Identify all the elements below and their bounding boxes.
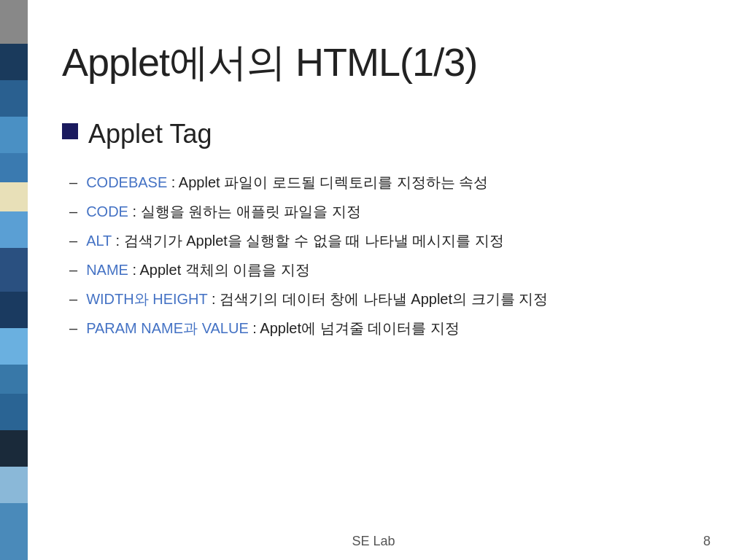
keyword-alt: ALT (86, 233, 112, 249)
slide-footer: SE Lab 8 (0, 534, 747, 549)
bullet-content: CODE : 실행을 원하는 애플릿 파일을 지정 (86, 201, 711, 222)
list-item: – CODE : 실행을 원하는 애플릿 파일을 지정 (69, 201, 711, 222)
bullet-content: ALT : 검색기가 Applet을 실행할 수 없을 때 나타낼 메시지를 지… (86, 230, 711, 252)
slide-content: Applet에서의 HTML(1/3) Applet Tag – CODEBAS… (40, 0, 747, 560)
dash-icon: – (69, 317, 77, 339)
list-item: – PARAM NAME과 VALUE : Applet에 넘겨줄 데이터를 지… (69, 317, 711, 339)
bullet-square-icon (62, 123, 78, 139)
left-decorative-stripe (0, 0, 28, 560)
bullet-text: : 실행을 원하는 애플릿 파일을 지정 (128, 203, 361, 219)
dash-icon: – (69, 230, 77, 252)
dash-icon: – (69, 288, 77, 310)
dash-icon: – (69, 171, 77, 193)
keyword-name: NAME (86, 262, 128, 278)
dash-icon: – (69, 201, 77, 222)
list-item: – NAME : Applet 객체의 이름을 지정 (69, 259, 711, 281)
bullet-content: CODEBASE : Applet 파일이 로드될 디렉토리를 지정하는 속성 (86, 171, 711, 193)
sub-bullets-list: – CODEBASE : Applet 파일이 로드될 디렉토리를 지정하는 속… (69, 171, 711, 339)
footer-lab-text: SE Lab (0, 534, 747, 549)
bullet-text: : Applet 객체의 이름을 지정 (128, 262, 310, 278)
keyword-codebase: CODEBASE (86, 174, 167, 190)
bullet-text: : 검색기의 데이터 창에 나타낼 Applet의 크기를 지정 (207, 291, 548, 307)
slide-title: Applet에서의 HTML(1/3) (62, 36, 711, 90)
keyword-param-name-value: PARAM NAME과 VALUE (86, 320, 249, 336)
main-bullet: Applet Tag (62, 119, 711, 149)
footer-page-number: 8 (703, 534, 711, 549)
bullet-content: WIDTH와 HEIGHT : 검색기의 데이터 창에 나타낼 Applet의 … (86, 288, 711, 310)
bullet-text: : 검색기가 Applet을 실행할 수 없을 때 나타낼 메시지를 지정 (112, 233, 504, 249)
keyword-code: CODE (86, 203, 128, 219)
bullet-text: : Applet 파일이 로드될 디렉토리를 지정하는 속성 (167, 174, 488, 190)
bullet-content: NAME : Applet 객체의 이름을 지정 (86, 259, 711, 281)
keyword-width-height: WIDTH와 HEIGHT (86, 291, 207, 307)
dash-icon: – (69, 259, 77, 281)
list-item: – WIDTH와 HEIGHT : 검색기의 데이터 창에 나타낼 Applet… (69, 288, 711, 310)
list-item: – ALT : 검색기가 Applet을 실행할 수 없을 때 나타낼 메시지를… (69, 230, 711, 252)
bullet-text: : Applet에 넘겨줄 데이터를 지정 (249, 320, 460, 336)
bullet-content: PARAM NAME과 VALUE : Applet에 넘겨줄 데이터를 지정 (86, 317, 711, 339)
main-bullet-text: Applet Tag (88, 119, 212, 149)
list-item: – CODEBASE : Applet 파일이 로드될 디렉토리를 지정하는 속… (69, 171, 711, 193)
